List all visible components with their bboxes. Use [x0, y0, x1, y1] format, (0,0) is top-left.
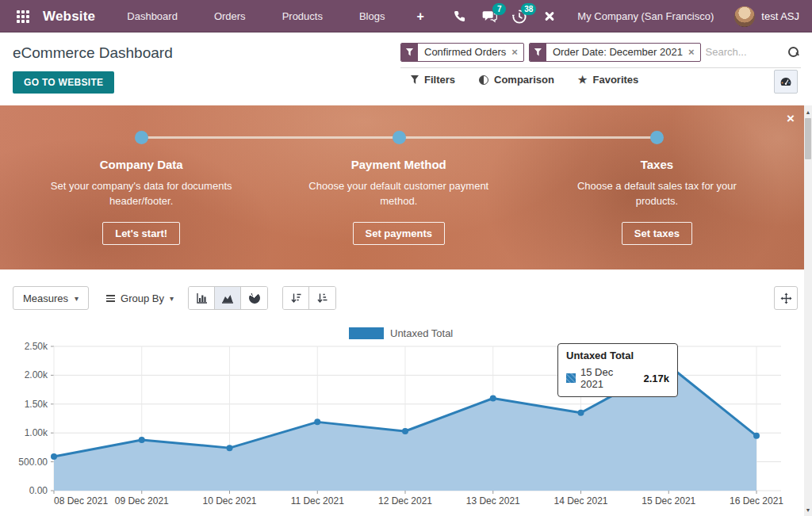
legend-label: Untaxed Total	[390, 327, 453, 339]
expand-chart-button[interactable]	[774, 286, 798, 310]
favorites-menu[interactable]: ★ Favorites	[578, 74, 638, 86]
facet-confirmed-orders[interactable]: Confirmed Orders ×	[400, 43, 524, 62]
measures-button[interactable]: Measures ▾	[13, 286, 89, 310]
comparison-icon	[479, 75, 488, 85]
lets-start-button[interactable]: Let's start!	[102, 222, 180, 245]
search-input[interactable]	[706, 46, 783, 58]
area-chart-icon	[221, 292, 234, 304]
scrollbar-thumb[interactable]	[805, 118, 811, 159]
facet-remove-button[interactable]: ×	[511, 44, 523, 61]
menu-blogs[interactable]: Blogs	[348, 0, 396, 32]
dashboard-view-button[interactable]	[774, 70, 798, 94]
scroll-down-arrow[interactable]: ▼	[804, 505, 812, 514]
top-navbar: Website Dashboard Orders Products Blogs …	[0, 0, 812, 32]
step-dot-payment-method[interactable]	[393, 131, 406, 144]
search-bar[interactable]: Confirmed Orders × Order Date: December …	[400, 41, 801, 68]
tools-button[interactable]	[536, 0, 563, 32]
step-title: Company Data	[26, 158, 256, 171]
untaxed-total-area-chart[interactable]: 0.00500.001.00k1.50k2.00k2.50k08 Dec 202…	[0, 339, 806, 516]
bar-chart-button[interactable]	[189, 287, 215, 309]
user-avatar	[734, 6, 755, 27]
step-dot-company-data[interactable]	[135, 131, 148, 144]
chart-tooltip: Untaxed Total 15 Dec 2021 2.17k	[557, 343, 678, 397]
messages-button[interactable]: 7	[476, 0, 503, 32]
gauge-icon	[779, 76, 792, 87]
set-taxes-button[interactable]: Set taxes	[622, 222, 692, 245]
svg-text:2.00k: 2.00k	[25, 369, 48, 380]
scroll-up-arrow[interactable]: ▲	[804, 107, 812, 117]
control-panel: eCommerce Dashboard Confirmed Orders × O…	[0, 32, 812, 105]
company-switcher[interactable]: My Company (San Francisco)	[577, 10, 714, 22]
activities-button[interactable]: 38	[506, 0, 533, 32]
svg-text:2.50k: 2.50k	[25, 341, 48, 352]
chevron-down-icon: ▾	[75, 294, 79, 303]
navbar-left: Website Dashboard Orders Products Blogs …	[10, 0, 431, 32]
new-content-button[interactable]: +	[410, 10, 430, 24]
tools-icon	[543, 10, 556, 23]
search-options: Filters Comparison ★ Favorites	[411, 74, 638, 86]
facet-order-date[interactable]: Order Date: December 2021 ×	[529, 43, 701, 62]
pie-chart-icon	[247, 290, 262, 306]
chart-container: Untaxed Total 0.00500.001.00k1.50k2.00k2…	[0, 317, 812, 516]
chart-type-switcher	[188, 286, 268, 310]
apps-menu-button[interactable]	[10, 0, 36, 32]
svg-text:08 Dec 2021: 08 Dec 2021	[54, 495, 108, 506]
page-title: eCommerce Dashboard	[13, 44, 173, 62]
step-description: Choose your default customer payment met…	[304, 179, 494, 209]
pie-chart-button[interactable]	[241, 287, 267, 309]
banner-close-button[interactable]: ×	[787, 112, 795, 125]
svg-text:15 Dec 2021: 15 Dec 2021	[642, 495, 695, 506]
svg-text:11 Dec 2021: 11 Dec 2021	[291, 495, 344, 506]
favorites-label: Favorites	[593, 74, 639, 86]
comparison-label: Comparison	[494, 74, 554, 86]
menu-dashboard[interactable]: Dashboard	[116, 0, 189, 32]
tooltip-series-swatch	[566, 373, 576, 383]
menu-orders[interactable]: Orders	[203, 0, 257, 32]
bar-chart-icon	[196, 292, 208, 304]
onboarding-step-payment-method: Payment Method Choose your default custo…	[284, 158, 514, 245]
svg-text:09 Dec 2021: 09 Dec 2021	[115, 495, 169, 506]
svg-text:12 Dec 2021: 12 Dec 2021	[378, 495, 432, 506]
tooltip-title: Untaxed Total	[566, 350, 669, 361]
comparison-menu[interactable]: Comparison	[479, 74, 554, 86]
messages-badge: 7	[492, 3, 506, 15]
go-to-website-button[interactable]: GO TO WEBSITE	[13, 71, 114, 94]
expand-icon	[780, 292, 792, 304]
svg-text:13 Dec 2021: 13 Dec 2021	[466, 495, 520, 506]
phone-button[interactable]	[446, 0, 473, 32]
svg-text:500.00: 500.00	[18, 457, 48, 468]
svg-text:1.00k: 1.00k	[25, 427, 48, 438]
filter-icon	[411, 75, 419, 84]
user-menu[interactable]: test ASJ	[734, 6, 802, 27]
vertical-scrollbar[interactable]: ▲ ▼	[804, 105, 812, 516]
step-description: Set your company's data for documents he…	[46, 179, 236, 209]
step-dot-taxes[interactable]	[650, 131, 664, 144]
ecommerce-dashboard-screen: Website Dashboard Orders Products Blogs …	[0, 0, 812, 516]
sort-ascending-button[interactable]	[309, 287, 335, 309]
onboarding-banner: × Company Data Set your company's data f…	[0, 105, 812, 269]
activities-badge: 38	[521, 3, 536, 15]
chart-legend[interactable]: Untaxed Total	[349, 327, 453, 339]
area-chart-button[interactable]	[215, 287, 241, 309]
sort-descending-button[interactable]	[283, 287, 309, 309]
set-payments-button[interactable]: Set payments	[353, 222, 446, 245]
star-icon: ★	[578, 75, 588, 85]
facet-remove-button[interactable]: ×	[688, 44, 700, 61]
sort-ascending-icon	[316, 292, 328, 304]
menu-products[interactable]: Products	[271, 0, 334, 32]
group-by-button[interactable]: Group By ▾	[106, 286, 174, 310]
step-title: Payment Method	[284, 158, 514, 171]
chart-toolbar: Measures ▾ Group By ▾	[13, 286, 799, 310]
step-description: Choose a default sales tax for your prod…	[561, 179, 752, 209]
navbar-right: 7 38 My Company (San Francisco) test ASJ	[446, 0, 802, 32]
sort-descending-icon	[290, 292, 302, 304]
svg-text:14 Dec 2021: 14 Dec 2021	[553, 495, 607, 506]
filter-funnel-icon	[530, 44, 546, 61]
svg-text:16 Dec 2021: 16 Dec 2021	[730, 495, 783, 506]
tooltip-value: 2.17k	[643, 373, 669, 384]
filters-menu[interactable]: Filters	[411, 74, 455, 86]
app-name[interactable]: Website	[43, 9, 95, 25]
facet-label: Order Date: December 2021	[546, 44, 688, 61]
onboarding-step-company-data: Company Data Set your company's data for…	[26, 158, 256, 245]
search-icon[interactable]	[787, 46, 799, 58]
